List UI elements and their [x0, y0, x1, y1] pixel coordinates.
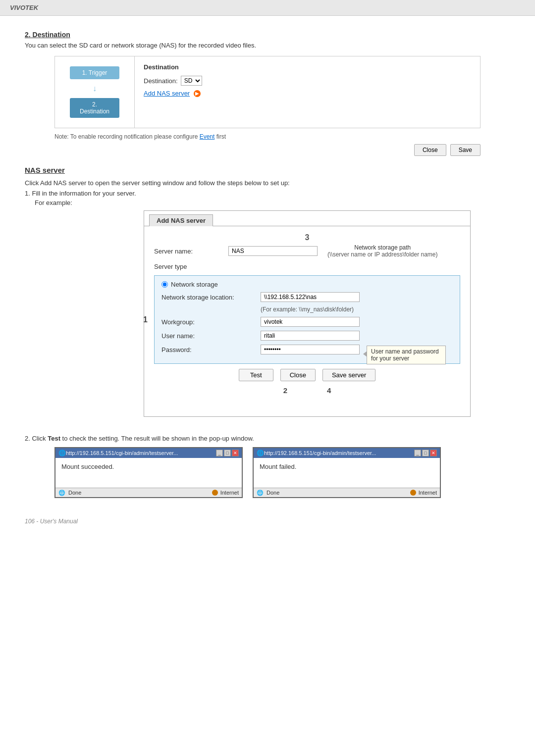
popup-icon-area: 🌐 — [58, 450, 66, 456]
server-type-row: Server type — [154, 263, 460, 270]
done-label-failed: Done — [267, 490, 279, 496]
popup-windows: 🌐 http://192.168.5.151/cgi-bin/admin/tes… — [54, 447, 510, 498]
btn-number-labels: 2 4 — [154, 386, 460, 395]
server-name-input[interactable] — [228, 246, 318, 256]
ie-icon-2: 🌐 — [257, 450, 264, 456]
workgroup-input[interactable] — [261, 317, 360, 327]
main-content: 2. Destination You can select the SD car… — [0, 16, 535, 540]
popup-body-failed: Mount failed. — [254, 458, 440, 488]
workgroup-row: Workgroup: — [161, 317, 453, 327]
server-type-label: Server type — [154, 263, 228, 270]
username-row: User name: User name and password for yo… — [161, 331, 453, 341]
step2-desc: 2. Click Test to check the setting. The … — [25, 435, 510, 442]
nas-dialog-body: 3 Server name: Network storage path (\\s… — [144, 226, 470, 416]
nas-dialog-tab: Add NAS server — [149, 214, 213, 226]
minimize-btn-failed[interactable]: _ — [414, 450, 421, 456]
internet-icon-success — [212, 490, 218, 496]
step3-label: 3 — [154, 233, 460, 242]
destination-panel: 1. Trigger ↓ 2. Destination Destination … — [54, 56, 481, 128]
username-label: User name: — [161, 332, 261, 340]
network-storage-radio-label: Network storage — [171, 281, 218, 288]
restore-btn-failed[interactable]: □ — [422, 450, 429, 456]
username-input[interactable] — [261, 331, 360, 341]
mount-success-text: Mount succeeded. — [61, 463, 114, 470]
popup-section: 2. Click Test to check the setting. The … — [25, 435, 510, 498]
popup-title-failed: http://192.168.5.151/cgi-bin/admin/tests… — [264, 450, 412, 456]
restore-btn-success[interactable]: □ — [224, 450, 231, 456]
popup-title-btns-failed: _ □ ✕ — [414, 450, 437, 456]
minimize-btn-success[interactable]: _ — [216, 450, 223, 456]
left-steps: 1. Trigger ↓ 2. Destination — [55, 56, 134, 128]
password-label: Password: — [161, 346, 261, 353]
brand-logo: VIVOTEK — [10, 4, 38, 11]
callout-arrow — [363, 351, 367, 357]
storage-location-input[interactable] — [261, 292, 360, 302]
section1-desc: You can select the SD card or network st… — [25, 42, 510, 49]
number1-label: 1 — [143, 315, 148, 324]
destination-panel-title: Destination — [144, 63, 471, 71]
nas-btn-area: Test Close Save server 2 4 — [154, 369, 460, 409]
save-server-button[interactable]: Save server — [322, 369, 375, 381]
network-storage-path-sub: (\\server name or IP address\folder name… — [327, 251, 438, 258]
nas-step1: 1. Fill in the information for your serv… — [25, 190, 510, 197]
close-button[interactable]: Close — [414, 144, 446, 156]
destination-label: Destination: — [144, 77, 178, 85]
header-bar: VIVOTEK — [0, 0, 535, 16]
nas-example: For example: — [35, 199, 510, 206]
mount-failed-text: Mount failed. — [260, 463, 296, 470]
page-number: 106 - User's Manual — [25, 518, 510, 525]
popup-statusbar-success: 🌐 Done Internet — [55, 488, 242, 497]
btn-number-4: 4 — [327, 386, 331, 395]
step2-box: 2. Destination — [70, 98, 119, 118]
test-strong: Test — [48, 435, 60, 442]
dialog-close-button[interactable]: Close — [280, 369, 316, 381]
destination-row: Destination: SD — [144, 76, 471, 86]
path-callout-area: Network storage path (\\server name or I… — [327, 244, 438, 258]
close-btn-failed[interactable]: ✕ — [430, 450, 437, 456]
done-label-success: Done — [68, 490, 81, 496]
note-prefix: Note: To enable recording notification p… — [54, 133, 198, 140]
password-input[interactable] — [261, 345, 360, 354]
popup-body-success: Mount succeeded. — [55, 458, 242, 488]
internet-label-success: Internet — [212, 490, 239, 496]
step-arrow: ↓ — [93, 84, 97, 93]
user-callout: User name and password for your server — [367, 346, 446, 364]
network-storage-section: Network storage Network storage location… — [154, 275, 460, 364]
nas-section: NAS server Click Add NAS server to open … — [25, 166, 510, 498]
popup-title-btns-success: _ □ ✕ — [216, 450, 239, 456]
popup-statusbar-failed: 🌐 Done Internet — [254, 488, 440, 497]
network-storage-radio[interactable] — [161, 281, 168, 288]
popup-titlebar-success: 🌐 http://192.168.5.151/cgi-bin/admin/tes… — [55, 448, 242, 458]
page: VIVOTEK 2. Destination You can select th… — [0, 0, 535, 756]
workgroup-label: Workgroup: — [161, 318, 261, 326]
note-text: Note: To enable recording notification p… — [54, 133, 481, 140]
btn-number-2: 2 — [283, 386, 287, 395]
nas-title: NAS server — [25, 166, 510, 174]
internet-icon-failed — [410, 490, 416, 496]
add-nas-row: Add NAS server ▶ — [144, 90, 471, 97]
done-icon-success: 🌐 — [58, 489, 65, 496]
nas-dialog-wrapper: Add NAS server 3 Server name: Network st… — [84, 210, 490, 417]
server-name-row: Server name: Network storage path (\\ser… — [154, 244, 460, 258]
close-btn-success[interactable]: ✕ — [232, 450, 239, 456]
storage-example-note: (For example: \\my_nas\disk\folder) — [261, 306, 453, 313]
event-link[interactable]: Event — [200, 133, 215, 140]
popup-titlebar-failed: 🌐 http://192.168.5.151/cgi-bin/admin/tes… — [254, 448, 440, 458]
storage-location-row: Network storage location: — [161, 292, 453, 302]
test-button[interactable]: Test — [239, 369, 273, 381]
network-storage-path-label: Network storage path — [327, 244, 438, 251]
step1-box: 1. Trigger — [70, 66, 119, 79]
add-nas-link[interactable]: Add NAS server — [144, 90, 190, 97]
popup-icon-area-2: 🌐 — [257, 450, 264, 456]
sd-select[interactable]: SD — [181, 76, 202, 86]
network-storage-radio-row: Network storage — [161, 281, 453, 288]
popup-title-success: http://192.168.5.151/cgi-bin/admin/tests… — [66, 450, 214, 456]
destination-right-content: Destination Destination: SD Add NAS serv… — [134, 56, 480, 128]
network-storage-wrapper: 1 Network storage Network storage locati… — [154, 275, 460, 364]
nas-dialog: Add NAS server 3 Server name: Network st… — [144, 210, 471, 417]
popup-window-success: 🌐 http://192.168.5.151/cgi-bin/admin/tes… — [54, 447, 243, 498]
add-nas-icon: ▶ — [194, 90, 201, 97]
ie-icon: 🌐 — [58, 450, 66, 456]
save-button[interactable]: Save — [450, 144, 481, 156]
done-icon-failed: 🌐 — [257, 489, 264, 496]
